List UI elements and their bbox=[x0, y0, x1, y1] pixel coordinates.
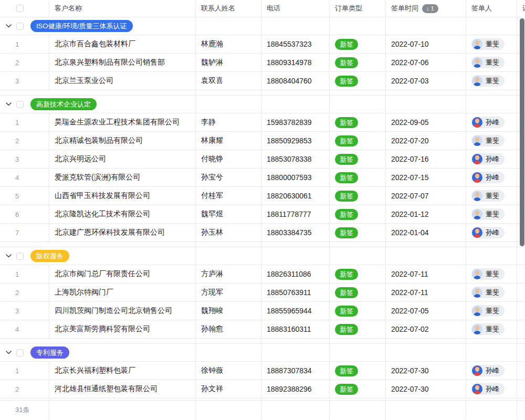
order-type-cell[interactable]: 新签 bbox=[330, 72, 386, 90]
group-header-row[interactable]: 高新技术企业认定 bbox=[0, 96, 525, 113]
contact-name-cell[interactable]: 孙宝兮 bbox=[196, 169, 261, 186]
phone-cell[interactable]: 18800007593 bbox=[261, 169, 330, 186]
phone-cell[interactable]: 18853078338 bbox=[261, 150, 330, 168]
column-header-sign-date[interactable]: 签单时间 ↓ 1 bbox=[386, 0, 466, 17]
contact-name-cell[interactable]: 方庐淋 bbox=[196, 265, 261, 283]
table-row[interactable]: 2 上海凯尔特阀门厂 方现军 18850763911 新签 2022-07-11… bbox=[0, 284, 525, 302]
contact-name-cell[interactable]: 孙玉林 bbox=[196, 224, 261, 242]
table-row[interactable]: 4 爱派克软管(滨洲)有限公司 孙宝兮 18800007593 新签 2022-… bbox=[0, 169, 525, 187]
customer-name-cell[interactable]: 四川凯茨阀门制造公司北京销售公司 bbox=[49, 302, 196, 320]
group-select-checkbox[interactable] bbox=[16, 349, 24, 356]
customer-name-cell[interactable]: 北京长兴福利塑料包装厂 bbox=[49, 362, 196, 380]
customer-name-cell[interactable]: 北京精诚包装制品有限公司 bbox=[49, 132, 196, 150]
table-row[interactable]: 4 北京美富斯劳腾科贸有限公司 孙翰愈 18883160311 新签 2022-… bbox=[0, 320, 525, 339]
sign-date-cell[interactable]: 2022-01-04 bbox=[386, 224, 466, 242]
order-type-cell[interactable]: 新签 bbox=[330, 113, 386, 131]
customer-name-cell[interactable]: 北京市百合鑫包装材料厂 bbox=[49, 35, 196, 53]
group-header-row[interactable]: 版权服务 bbox=[0, 247, 525, 265]
customer-name-cell[interactable]: 上海凯尔特阀门厂 bbox=[49, 284, 196, 301]
table-row[interactable]: 5 山西省甲玉科技发展有限公司 付桂军 18820630061 新签 2022-… bbox=[0, 187, 525, 205]
table-row[interactable]: 1 北京市百合鑫包装材料厂 林鹿瀚 18845537323 新签 2022-07… bbox=[0, 35, 525, 54]
order-type-cell[interactable]: 新签 bbox=[330, 380, 386, 398]
sign-date-cell[interactable]: 2022-07-30 bbox=[386, 380, 466, 398]
sign-date-cell[interactable]: 2022-07-05 bbox=[386, 302, 466, 320]
signer-cell[interactable]: 董斐 bbox=[466, 284, 517, 301]
signer-cell[interactable]: 孙峰 bbox=[466, 380, 517, 398]
order-type-cell[interactable]: 新签 bbox=[330, 187, 386, 205]
phone-cell[interactable]: 18855965944 bbox=[261, 302, 330, 320]
table-row[interactable]: 1 北京市阀门总厂有限责任公司 方庐淋 18826311086 新签 2022-… bbox=[0, 265, 525, 284]
phone-cell[interactable]: 18892388296 bbox=[261, 380, 330, 398]
group-header-row[interactable]: 专利服务 bbox=[0, 344, 525, 362]
phone-cell[interactable]: 18850929853 bbox=[261, 132, 330, 150]
customer-name-cell[interactable]: 北京泉兴塑料制品有限公司销售部 bbox=[49, 54, 196, 71]
phone-cell[interactable]: 18845537323 bbox=[261, 35, 330, 53]
select-all-checkbox[interactable] bbox=[16, 5, 24, 12]
contact-name-cell[interactable]: 林康耀 bbox=[196, 132, 261, 150]
sign-date-cell[interactable]: 2022-07-11 bbox=[386, 284, 466, 301]
sign-date-cell[interactable]: 2022-07-16 bbox=[386, 150, 466, 168]
contact-name-cell[interactable]: 孙翰愈 bbox=[196, 320, 261, 338]
group-select-checkbox[interactable] bbox=[16, 101, 24, 108]
customer-name-cell[interactable]: 河北雄县恒通纸塑包装有限公司 bbox=[49, 380, 196, 398]
signer-cell[interactable]: 董斐 bbox=[466, 320, 517, 338]
order-type-cell[interactable]: 新签 bbox=[330, 265, 386, 283]
customer-name-cell[interactable]: 北京市阀门总厂有限责任公司 bbox=[49, 265, 196, 283]
contact-name-cell[interactable]: 魏翔峻 bbox=[196, 302, 261, 320]
chevron-down-icon[interactable] bbox=[5, 101, 12, 108]
signer-cell[interactable]: 孙峰 bbox=[466, 362, 517, 380]
chevron-down-icon[interactable] bbox=[5, 23, 12, 29]
customer-name-cell[interactable]: 北京兰玉泵业公司 bbox=[49, 72, 196, 90]
sign-date-cell[interactable]: 2022-01-12 bbox=[386, 205, 466, 223]
phone-cell[interactable]: 18808404760 bbox=[261, 72, 330, 90]
table-row[interactable]: 7 北京建广恩环保科技发展有限公司 孙玉林 18803384735 新签 202… bbox=[0, 224, 525, 242]
order-type-cell[interactable]: 新签 bbox=[330, 224, 386, 242]
order-type-cell[interactable]: 新签 bbox=[330, 169, 386, 186]
vertical-scrollbar-thumb[interactable] bbox=[520, 18, 524, 246]
column-header-partial[interactable]: 订 bbox=[517, 0, 525, 17]
table-row[interactable]: 1 北京长兴福利塑料包装厂 徐钟薇 18887307834 新签 2022-07… bbox=[0, 362, 525, 380]
phone-cell[interactable]: 18883160311 bbox=[261, 320, 330, 338]
table-row[interactable]: 6 北京隆凯达化工技术有限公司 魏罕煜 18811778777 新签 2022-… bbox=[0, 205, 525, 224]
signer-cell[interactable]: 董斐 bbox=[466, 187, 517, 205]
signer-cell[interactable]: 孙峰 bbox=[466, 224, 517, 242]
chevron-down-icon[interactable] bbox=[5, 350, 12, 356]
contact-name-cell[interactable]: 魏罕煜 bbox=[196, 205, 261, 223]
customer-name-cell[interactable]: 北京隆凯达化工技术有限公司 bbox=[49, 205, 196, 223]
order-type-cell[interactable]: 新签 bbox=[330, 284, 386, 301]
signer-cell[interactable]: 董斐 bbox=[466, 35, 517, 53]
table-row[interactable]: 3 四川凯茨阀门制造公司北京销售公司 魏翔峻 18855965944 新签 20… bbox=[0, 302, 525, 320]
phone-cell[interactable]: 15983782839 bbox=[261, 113, 330, 131]
customer-name-cell[interactable]: 北京美富斯劳腾科贸有限公司 bbox=[49, 320, 196, 338]
contact-name-cell[interactable]: 林鹿瀚 bbox=[196, 35, 261, 53]
contact-name-cell[interactable]: 付晓铮 bbox=[196, 150, 261, 168]
sign-date-cell[interactable]: 2022-07-06 bbox=[386, 54, 466, 71]
phone-cell[interactable]: 18803384735 bbox=[261, 224, 330, 242]
signer-cell[interactable]: 董斐 bbox=[466, 72, 517, 90]
order-type-cell[interactable]: 新签 bbox=[330, 35, 386, 53]
order-type-cell[interactable]: 新签 bbox=[330, 302, 386, 320]
sign-date-cell[interactable]: 2022-07-03 bbox=[386, 72, 466, 90]
sort-indicator-badge[interactable]: ↓ 1 bbox=[422, 4, 438, 13]
phone-cell[interactable]: 18887307834 bbox=[261, 362, 330, 380]
table-row[interactable]: 2 河北雄县恒通纸塑包装有限公司 孙文祥 18892388296 新签 2022… bbox=[0, 380, 525, 398]
order-type-cell[interactable]: 新签 bbox=[330, 150, 386, 168]
sign-date-cell[interactable]: 2022-07-20 bbox=[386, 132, 466, 150]
order-type-cell[interactable]: 新签 bbox=[330, 132, 386, 150]
sign-date-cell[interactable]: 2022-07-02 bbox=[386, 320, 466, 338]
contact-name-cell[interactable]: 孙文祥 bbox=[196, 380, 261, 398]
contact-name-cell[interactable]: 魏轳淋 bbox=[196, 54, 261, 71]
group-header-row[interactable]: ISO健康/环境/质量三体系认证 bbox=[0, 17, 525, 35]
column-header-contact[interactable]: 联系人姓名 bbox=[196, 0, 261, 17]
table-row[interactable]: 1 昊瑞金生源农业工程技术集团有限公司 李静 15983782839 新签 20… bbox=[0, 113, 525, 132]
signer-cell[interactable]: 孙峰 bbox=[466, 150, 517, 168]
contact-name-cell[interactable]: 袁双喜 bbox=[196, 72, 261, 90]
signer-cell[interactable]: 董斐 bbox=[466, 132, 517, 150]
phone-cell[interactable]: 18850763911 bbox=[261, 284, 330, 301]
table-row[interactable]: 3 北京兰玉泵业公司 袁双喜 18808404760 新签 2022-07-03… bbox=[0, 72, 525, 90]
signer-cell[interactable]: 孙峰 bbox=[466, 113, 517, 131]
phone-cell[interactable]: 18826311086 bbox=[261, 265, 330, 283]
signer-cell[interactable]: 董斐 bbox=[466, 265, 517, 283]
signer-cell[interactable]: 董斐 bbox=[466, 205, 517, 223]
sign-date-cell[interactable]: 2022-07-15 bbox=[386, 169, 466, 186]
